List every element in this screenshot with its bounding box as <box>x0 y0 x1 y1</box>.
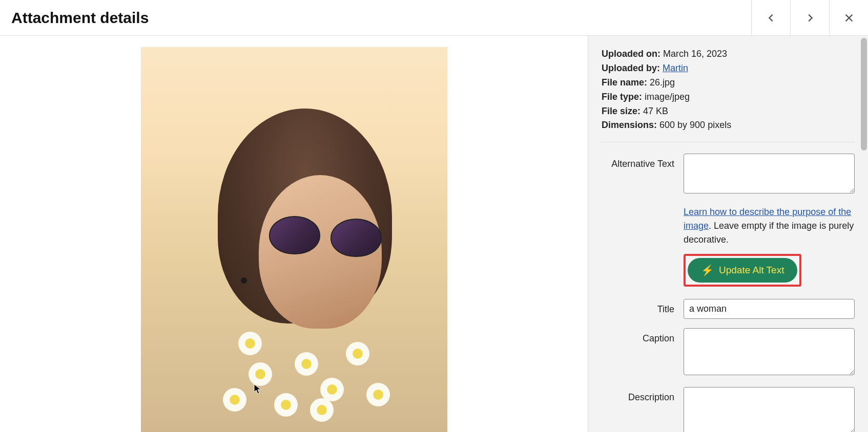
scrollbar[interactable] <box>861 38 867 150</box>
alt-text-field: Alternative Text <box>602 154 855 196</box>
details-sidebar: Uploaded on: March 16, 2023 Uploaded by:… <box>588 36 868 432</box>
file-size-value: 47 KB <box>643 106 668 116</box>
header-controls <box>751 0 868 35</box>
uploaded-on-value: March 16, 2023 <box>663 49 727 59</box>
title-label: Title <box>602 299 684 315</box>
dimensions-value: 600 by 900 pixels <box>659 120 731 130</box>
caption-label: Caption <box>602 328 684 344</box>
bolt-icon: ⚡ <box>701 264 714 276</box>
file-size-label: File size: <box>602 106 640 116</box>
caption-field: Caption <box>602 328 855 378</box>
file-metadata: Uploaded on: March 16, 2023 Uploaded by:… <box>602 47 855 133</box>
file-type-value: image/jpeg <box>645 92 690 102</box>
file-name-value: 26.jpg <box>650 77 675 88</box>
modal-title: Attachment details <box>11 9 149 27</box>
update-alt-text-button[interactable]: ⚡ Update Alt Text <box>688 258 797 283</box>
modal-content: Uploaded on: March 16, 2023 Uploaded by:… <box>0 36 868 432</box>
uploaded-on-label: Uploaded on: <box>602 49 660 59</box>
uploaded-by-label: Uploaded by: <box>602 63 660 73</box>
uploaded-by-link[interactable]: Martin <box>663 63 688 73</box>
alt-text-label: Alternative Text <box>602 154 684 169</box>
close-button[interactable] <box>829 0 868 35</box>
alt-text-input[interactable] <box>684 154 855 193</box>
image-preview-pane <box>0 36 588 432</box>
file-name-label: File name: <box>602 77 647 88</box>
file-type-label: File type: <box>602 92 642 102</box>
modal-header: Attachment details <box>0 0 868 36</box>
chevron-left-icon <box>766 12 777 24</box>
update-alt-highlight: ⚡ Update Alt Text <box>684 254 801 287</box>
divider <box>602 142 855 142</box>
title-input[interactable] <box>684 299 855 319</box>
caption-input[interactable] <box>684 328 855 375</box>
description-label: Description <box>602 387 684 403</box>
next-button[interactable] <box>790 0 829 35</box>
alt-help-block: Learn how to describe the purpose of the… <box>684 205 855 292</box>
chevron-right-icon <box>804 12 816 24</box>
close-icon <box>843 12 855 24</box>
attachment-image <box>141 47 447 432</box>
attachment-details-modal: Attachment details <box>0 0 868 432</box>
description-input[interactable] <box>684 387 855 432</box>
description-field: Description <box>602 387 855 432</box>
prev-button[interactable] <box>751 0 790 35</box>
alt-help-text: . Leave empty if the image is purely dec… <box>684 221 854 245</box>
dimensions-label: Dimensions: <box>602 120 657 130</box>
update-alt-text-label: Update Alt Text <box>719 265 784 276</box>
title-field: Title <box>602 299 855 319</box>
